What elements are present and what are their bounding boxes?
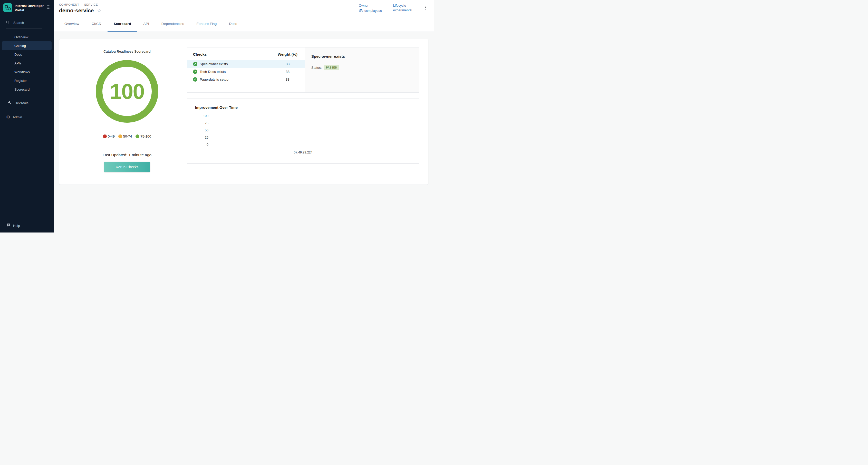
chart-plot-area: 100 75 50 25 0 07:49:29.224 (195, 114, 411, 154)
sidebar-item-workflows[interactable]: Workflows (2, 67, 52, 76)
check-passed-icon: ✓ (193, 62, 197, 66)
app-title: Internal Developer Portal (14, 3, 44, 12)
legend-dot-amber (118, 134, 122, 138)
sidebar-item-help[interactable]: Help (0, 219, 54, 232)
lifecycle-value: experimental (393, 8, 412, 12)
tab-label: CI/CD (92, 22, 101, 26)
tab-dependencies[interactable]: Dependencies (155, 16, 190, 32)
legend-dot-green (135, 134, 140, 138)
y-axis-tick: 75 (195, 121, 208, 129)
check-weight: 33 (270, 70, 305, 74)
main-area: COMPONENT — SERVICE demo-service ☆ Owner… (54, 0, 434, 232)
sidebar-item-register[interactable]: Register (2, 76, 52, 85)
check-name: Pagerduty is setup (200, 78, 228, 81)
lifecycle-label: Lifecycle (393, 4, 412, 7)
tab-label: API (143, 22, 149, 26)
legend-dot-red (103, 134, 107, 138)
sidebar-item-devtools[interactable]: DevTools (0, 98, 54, 108)
checks-title: Checks (187, 52, 270, 57)
check-row-tech-docs[interactable]: ✓ Tech Docs exists 33 (187, 68, 305, 75)
sidebar-divider (0, 110, 54, 110)
gear-icon: ⚙ (6, 115, 10, 119)
page-title: demo-service (59, 7, 94, 13)
checks-table: Checks Weight (%) ✓ Spec owner exists 33 (187, 48, 305, 92)
sidebar-spacer (0, 122, 54, 219)
sidebar-item-label: Docs (14, 53, 22, 57)
entity-tabs: Overview CI/CD Scorecard API Dependencie… (54, 16, 434, 32)
check-passed-icon: ✓ (193, 77, 197, 82)
check-row-pagerduty[interactable]: ✓ Pagerduty is setup 33 (187, 75, 305, 83)
entity-heading: COMPONENT — SERVICE demo-service ☆ (59, 3, 101, 13)
portal-logo (3, 3, 12, 13)
check-weight: 33 (270, 62, 305, 66)
scorecard-title: Catalog Readiness Scorecard (103, 50, 151, 53)
entity-header: COMPONENT — SERVICE demo-service ☆ Owner… (54, 0, 434, 16)
legend-label: 75-100 (141, 134, 151, 138)
group-icon (359, 8, 363, 13)
sidebar-item-admin[interactable]: ⚙ Admin (0, 112, 54, 122)
search-label: Search (13, 21, 24, 25)
score-value: 100 (110, 79, 144, 104)
lifecycle-block: Lifecycle experimental (393, 4, 412, 12)
check-name: Spec owner exists (200, 62, 228, 66)
checks-table-header: Checks Weight (%) (187, 52, 305, 60)
improvement-chart-panel: Improvement Over Time 100 75 50 25 0 07:… (187, 98, 419, 164)
score-column: Catalog Readiness Scorecard 100 0-49 50-… (67, 47, 187, 185)
check-detail-panel: Spec owner exists Status: PASSED (305, 48, 419, 92)
tab-label: Dependencies (161, 22, 184, 26)
scorecard-card: Catalog Readiness Scorecard 100 0-49 50-… (59, 39, 428, 185)
owner-label: Owner (359, 4, 382, 7)
y-axis-tick: 50 (195, 129, 208, 136)
score-gauge: 100 (96, 60, 158, 123)
legend-item-low: 0-49 (103, 134, 115, 138)
owner-link[interactable]: ccmplayacc (359, 8, 382, 13)
admin-label: Admin (12, 115, 22, 119)
devtools-label: DevTools (14, 101, 28, 105)
tab-docs[interactable]: Docs (223, 16, 244, 32)
tab-overview[interactable]: Overview (58, 16, 86, 32)
chart-title: Improvement Over Time (195, 105, 411, 110)
sidebar-item-docs[interactable]: Docs (2, 50, 52, 59)
apps-grid-icon[interactable] (47, 5, 51, 10)
check-row-spec-owner[interactable]: ✓ Spec owner exists 33 (187, 60, 305, 68)
sidebar-item-overview[interactable]: Overview (2, 33, 52, 41)
tab-api[interactable]: API (137, 16, 155, 32)
rerun-checks-button[interactable]: Rerun Checks (104, 162, 150, 172)
sidebar-item-label: Workflows (14, 70, 30, 74)
sidebar-item-apis[interactable]: APIs (2, 59, 52, 67)
tab-label: Overview (64, 22, 79, 26)
sidebar-nav: Overview Catalog Docs APIs Workflows Reg… (0, 30, 54, 94)
sidebar-item-scorecard[interactable]: Scorecard (2, 85, 52, 94)
tab-scorecard[interactable]: Scorecard (107, 16, 137, 32)
y-axis-tick: 25 (195, 136, 208, 143)
favorite-star-icon[interactable]: ☆ (97, 8, 101, 13)
score-legend: 0-49 50-74 75-100 (103, 134, 151, 138)
tab-cicd[interactable]: CI/CD (86, 16, 107, 32)
sidebar-item-catalog[interactable]: Catalog (2, 41, 52, 50)
help-label: Help (13, 224, 20, 228)
check-passed-icon: ✓ (193, 69, 197, 74)
entity-meta: Owner ccmplayacc Lifecycle experimental (359, 3, 427, 13)
tab-label: Feature Flag (196, 22, 217, 26)
y-axis-tick: 0 (195, 143, 208, 150)
y-axis-tick: 100 (195, 114, 208, 121)
sidebar-header: Internal Developer Portal (0, 0, 54, 15)
owner-block: Owner ccmplayacc (359, 4, 382, 13)
legend-label: 0-49 (108, 134, 115, 138)
checks-column: Checks Weight (%) ✓ Spec owner exists 33 (187, 47, 419, 185)
status-label: Status: (311, 66, 321, 69)
search-input[interactable]: Search (6, 18, 42, 29)
x-axis-tick: 07:49:29.224 (195, 151, 411, 154)
check-detail-status: Status: PASSED (311, 65, 413, 70)
tab-label: Scorecard (114, 22, 131, 26)
sidebar-item-label: APIs (14, 61, 21, 65)
tab-content: Catalog Readiness Scorecard 100 0-49 50-… (54, 32, 434, 232)
checks-panel: Checks Weight (%) ✓ Spec owner exists 33 (187, 47, 419, 93)
more-options-icon[interactable] (424, 4, 427, 11)
tab-label: Docs (229, 22, 238, 26)
tab-feature-flag[interactable]: Feature Flag (190, 16, 223, 32)
legend-item-mid: 50-74 (118, 134, 132, 138)
check-detail-title: Spec owner exists (311, 54, 413, 59)
sidebar-item-label: Register (14, 79, 27, 83)
last-updated-text: Last Updated: 1 minute ago (103, 153, 151, 157)
